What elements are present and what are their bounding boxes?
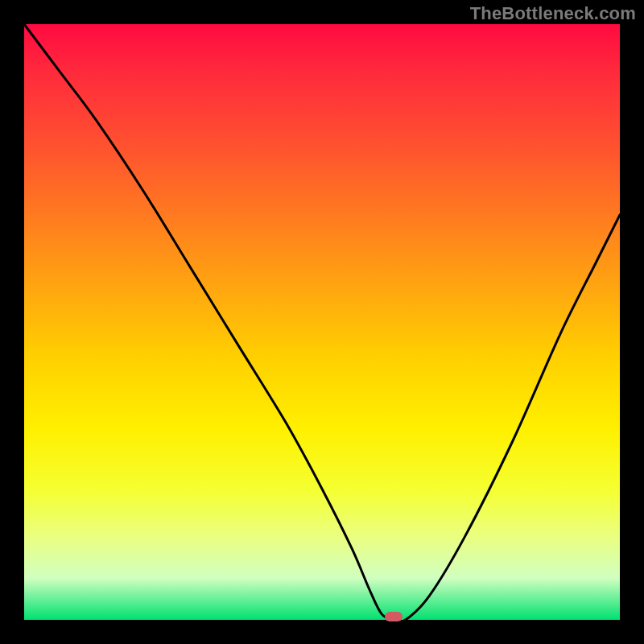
optimal-marker [385, 612, 402, 621]
bottleneck-curve [24, 24, 620, 620]
watermark-text: TheBottleneck.com [470, 3, 636, 24]
chart-frame: TheBottleneck.com [0, 0, 644, 644]
plot-area [24, 24, 620, 620]
